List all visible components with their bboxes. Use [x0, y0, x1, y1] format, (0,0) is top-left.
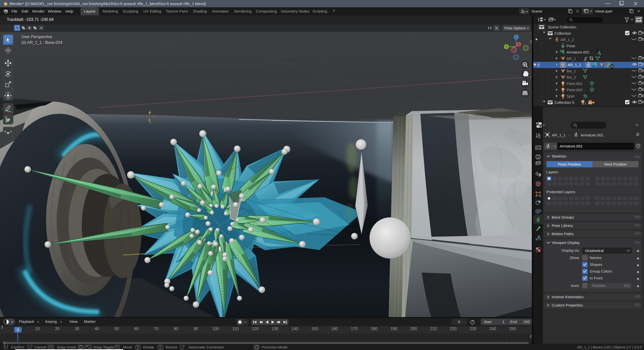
svg-text:R: R — [137, 345, 139, 349]
svg-text:Confirm: Confirm — [11, 345, 24, 349]
svg-text:4: 4 — [585, 103, 586, 105]
svg-text:Automatic Constraint: Automatic Constraint — [189, 345, 224, 349]
svg-text:25: 25 — [611, 65, 614, 68]
svg-text:Rotate: Rotate — [143, 345, 154, 349]
svg-text:Resize: Resize — [166, 345, 177, 349]
svg-text:Precision Mode: Precision Mode — [262, 345, 288, 349]
svg-text:S: S — [159, 345, 162, 349]
svg-text:Snap Invert: Snap Invert — [57, 345, 76, 349]
svg-text:G: G — [116, 345, 118, 349]
svg-text:Ctrl: Ctrl — [49, 346, 53, 349]
svg-text:Move: Move — [123, 345, 132, 349]
svg-text:X: X — [518, 43, 520, 46]
svg-text:Snap Toggle: Snap Toggle — [93, 345, 114, 349]
svg-text:Y: Y — [505, 45, 508, 49]
svg-text:Cancel: Cancel — [34, 345, 46, 349]
svg-text:Z: Z — [515, 36, 517, 39]
